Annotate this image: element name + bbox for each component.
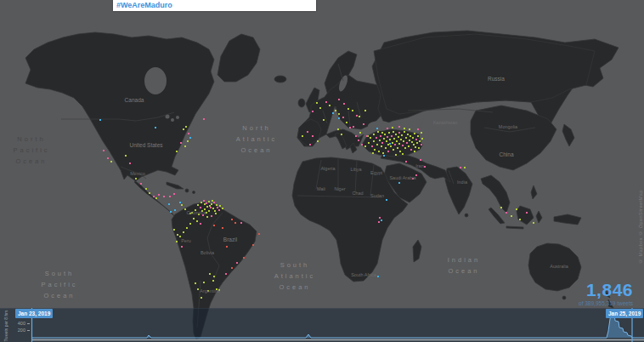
map-attribution: © Mapbox © OpenStreetMap bbox=[638, 153, 643, 264]
hashtag-search-bar[interactable]: #WeAreMaduro bbox=[113, 0, 316, 11]
tweet-counter: 1,846 of 389,955,319 tweets bbox=[579, 281, 633, 306]
tweet-count-total: of 389,955,319 tweets bbox=[579, 300, 633, 306]
y-tick-mark bbox=[27, 323, 30, 324]
timeline-end-date-badge[interactable]: Jan 25, 2019 bbox=[606, 309, 643, 318]
timeline-area bbox=[31, 313, 644, 338]
y-tick-label: 400 bbox=[12, 322, 25, 326]
tweet-count-value: 1,846 bbox=[579, 281, 633, 299]
timeline-start-date-badge[interactable]: Jan 23, 2019 bbox=[15, 309, 53, 318]
hashtag-label: #WeAreMaduro bbox=[113, 0, 316, 11]
timeline-y-axis-label: Tweets per 8 hrs bbox=[3, 300, 8, 342]
tweet-map-app: CanadaUnited StatesMexicoColombiaPeruBol… bbox=[0, 0, 644, 342]
y-tick-label: 200 bbox=[12, 328, 25, 333]
y-tick-mark bbox=[27, 330, 30, 331]
timeline-line bbox=[31, 313, 644, 338]
timeline-chart[interactable] bbox=[0, 0, 644, 342]
